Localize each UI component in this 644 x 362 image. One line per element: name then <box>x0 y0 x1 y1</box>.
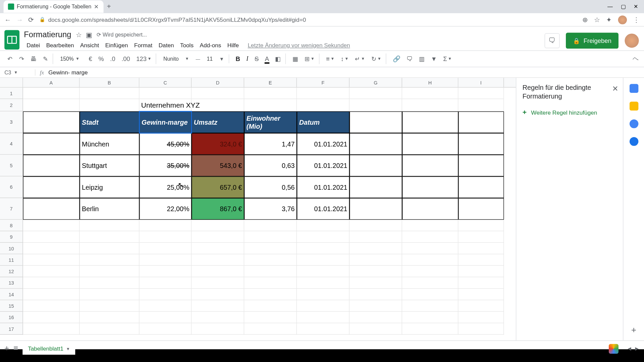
cell[interactable] <box>79 266 139 277</box>
extensions-icon[interactable]: ✦ <box>606 16 612 24</box>
cell[interactable]: Umsatz <box>192 111 244 133</box>
cell[interactable] <box>192 323 244 335</box>
cell[interactable] <box>458 277 504 289</box>
cell[interactable] <box>458 133 504 155</box>
borders-button[interactable]: ▦ <box>290 54 300 64</box>
cell[interactable]: 25,00% <box>139 176 192 198</box>
cell[interactable] <box>192 87 244 99</box>
sheet-tab[interactable]: Tabellenblatt1▼ <box>22 343 75 355</box>
strikethrough-button[interactable]: S <box>252 54 261 64</box>
cell[interactable] <box>458 231 504 243</box>
cell[interactable]: 01.01.2021 <box>297 133 350 155</box>
col-header-D[interactable]: D <box>192 78 244 87</box>
cell[interactable] <box>297 277 350 289</box>
comments-button[interactable]: 🗨 <box>545 33 560 48</box>
cell[interactable] <box>79 289 139 300</box>
number-format-select[interactable]: 123▼ <box>134 54 156 64</box>
row-header-17[interactable]: 17 <box>0 323 23 335</box>
cell[interactable] <box>458 312 504 323</box>
url-field[interactable]: 🔒 docs.google.com/spreadsheets/d/1L0CRXr… <box>39 16 577 23</box>
cell[interactable]: Stuttgart <box>79 155 139 177</box>
zoom-icon[interactable]: ⊕ <box>582 16 588 24</box>
cell[interactable] <box>139 220 192 231</box>
cell[interactable] <box>79 220 139 231</box>
cell[interactable] <box>297 254 350 265</box>
vertical-align-button[interactable]: ↕▼ <box>338 54 351 64</box>
browser-tab[interactable]: Formatierung - Google Tabellen ✕ <box>4 0 103 13</box>
menu-insert[interactable]: Einfügen <box>103 40 131 50</box>
cell[interactable] <box>458 198 504 220</box>
window-minimize-icon[interactable]: — <box>607 4 613 10</box>
cell[interactable] <box>458 155 504 177</box>
cell[interactable] <box>23 220 80 231</box>
cell[interactable] <box>244 323 297 335</box>
row-header-4[interactable]: 4 <box>0 133 23 155</box>
cell[interactable] <box>402 323 459 335</box>
undo-button[interactable]: ↶ <box>5 54 15 64</box>
cell[interactable]: 0,56 <box>244 176 297 198</box>
calendar-icon[interactable] <box>629 84 638 93</box>
move-to-folder-icon[interactable]: ▣ <box>86 31 92 39</box>
nav-forward-icon[interactable]: → <box>16 16 23 23</box>
cell[interactable] <box>139 312 192 323</box>
cell[interactable] <box>79 323 139 335</box>
cell[interactable] <box>458 300 504 312</box>
cell[interactable] <box>458 266 504 277</box>
all-sheets-button[interactable]: ≡ <box>13 344 18 353</box>
insert-chart-button[interactable]: ▥ <box>417 54 427 64</box>
cell[interactable]: München <box>79 133 139 155</box>
cell[interactable] <box>458 176 504 198</box>
cell[interactable] <box>79 243 139 254</box>
add-sheet-button[interactable]: + <box>4 344 9 353</box>
cell[interactable] <box>244 87 297 99</box>
cell[interactable] <box>297 300 350 312</box>
cell[interactable] <box>23 289 80 300</box>
cell[interactable] <box>79 300 139 312</box>
cell[interactable] <box>402 176 459 198</box>
cell[interactable]: 22,00% <box>139 198 192 220</box>
cell[interactable] <box>350 133 402 155</box>
cell[interactable] <box>192 231 244 243</box>
cell[interactable] <box>244 243 297 254</box>
doc-title[interactable]: Formatierung <box>24 30 71 40</box>
filter-button[interactable]: ▼ <box>429 54 439 64</box>
cell[interactable] <box>244 231 297 243</box>
row-header-7[interactable]: 7 <box>0 198 23 220</box>
cell[interactable] <box>458 254 504 265</box>
cell[interactable] <box>402 155 459 177</box>
add-rule-button[interactable]: + Weitere Regel hinzufügen <box>523 108 620 116</box>
cell[interactable] <box>23 277 80 289</box>
cell[interactable] <box>297 323 350 335</box>
fill-color-button[interactable]: ◧ <box>273 54 286 64</box>
row-header-14[interactable]: 14 <box>0 289 23 300</box>
cell[interactable] <box>402 220 459 231</box>
menu-tools[interactable]: Tools <box>177 40 196 50</box>
col-header-G[interactable]: G <box>350 78 402 87</box>
explore-button[interactable] <box>609 344 619 354</box>
cell[interactable] <box>350 87 402 99</box>
cell[interactable]: 324,0 € <box>192 133 244 155</box>
cell[interactable] <box>23 198 80 220</box>
cell[interactable] <box>192 312 244 323</box>
row-header-9[interactable]: 9 <box>0 231 23 243</box>
cell[interactable] <box>192 220 244 231</box>
cell[interactable] <box>350 254 402 265</box>
cell[interactable] <box>402 277 459 289</box>
nav-reload-icon[interactable]: ⟳ <box>28 16 34 24</box>
cell[interactable] <box>23 99 80 111</box>
scroll-left-icon[interactable]: ◄ <box>627 345 632 352</box>
last-edit-link[interactable]: Letzte Änderung vor wenigen Sekunden <box>245 40 353 50</box>
cell[interactable]: 35,00% <box>139 155 192 177</box>
cell[interactable] <box>350 111 402 133</box>
cell[interactable] <box>23 133 80 155</box>
cell[interactable] <box>79 277 139 289</box>
cell[interactable]: 657,0 € <box>192 176 244 198</box>
cell[interactable] <box>350 198 402 220</box>
row-header-15[interactable]: 15 <box>0 300 23 312</box>
cell[interactable] <box>244 266 297 277</box>
scroll-right-icon[interactable]: ► <box>634 345 640 352</box>
browser-avatar[interactable] <box>618 15 627 24</box>
cell[interactable]: 01.01.2021 <box>297 155 350 177</box>
cell[interactable] <box>139 87 192 99</box>
cell[interactable] <box>192 254 244 265</box>
